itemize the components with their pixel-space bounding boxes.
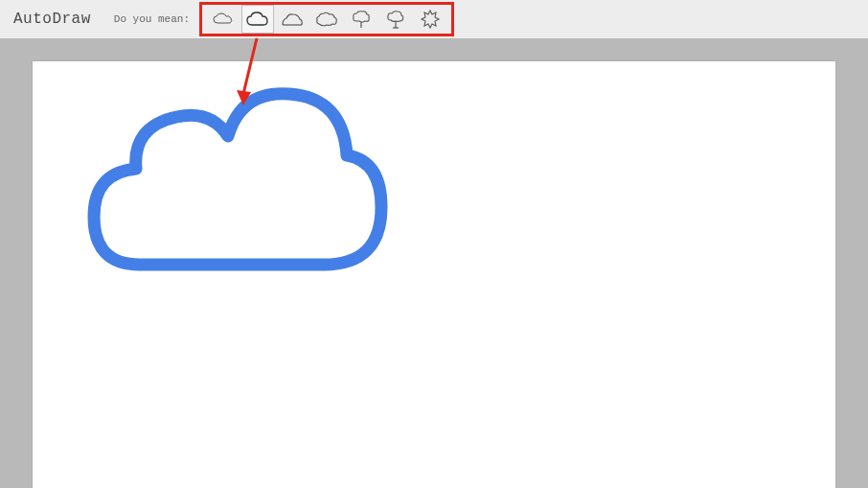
suggestion-cloud-tree2[interactable] (380, 6, 411, 33)
suggestion-prompt: Do you mean: (114, 13, 190, 25)
cloud-tree2-icon (385, 10, 406, 29)
suggestion-cloud-small[interactable] (208, 6, 239, 33)
cloud-outline-icon (246, 11, 269, 28)
suggestion-badge-star[interactable] (415, 6, 445, 33)
suggestion-cloud-half[interactable] (277, 6, 308, 33)
cloud-puffy-icon (315, 11, 338, 28)
suggestion-cloud-outline[interactable] (242, 6, 273, 33)
top-toolbar: AutoDraw Do you mean: (0, 0, 868, 38)
suggestion-cloud-tree1[interactable] (346, 6, 377, 33)
workspace (0, 38, 868, 488)
suggestion-cloud-puffy[interactable] (311, 6, 342, 33)
canvas-cloud-drawing (82, 73, 389, 293)
cloud-small-icon (213, 12, 234, 26)
cloud-tree1-icon (351, 10, 372, 29)
suggestion-strip (199, 2, 454, 36)
app-title: AutoDraw (13, 11, 91, 28)
badge-star-icon (420, 9, 441, 30)
drawing-canvas[interactable] (33, 61, 835, 488)
cloud-half-icon (281, 12, 304, 27)
